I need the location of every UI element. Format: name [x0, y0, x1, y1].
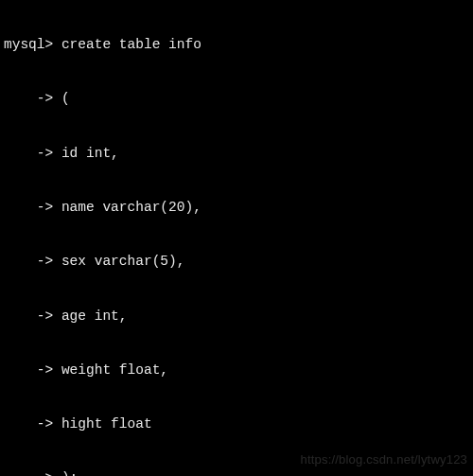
sql-create-line: -> weight float, — [4, 361, 469, 379]
sql-create-line: -> age int, — [4, 308, 469, 326]
sql-create-line: -> sex varchar(5), — [4, 253, 469, 271]
sql-create-line: -> hight float — [4, 415, 469, 433]
terminal-output[interactable]: mysql> create table info -> ( -> id int,… — [0, 0, 473, 476]
sql-create-line: mysql> create table info — [4, 36, 469, 54]
sql-create-line: -> name varchar(20), — [4, 199, 469, 217]
sql-create-line: -> ( — [4, 90, 469, 108]
sql-create-line: -> id int, — [4, 145, 469, 163]
sql-create-line: -> ); — [4, 469, 469, 476]
